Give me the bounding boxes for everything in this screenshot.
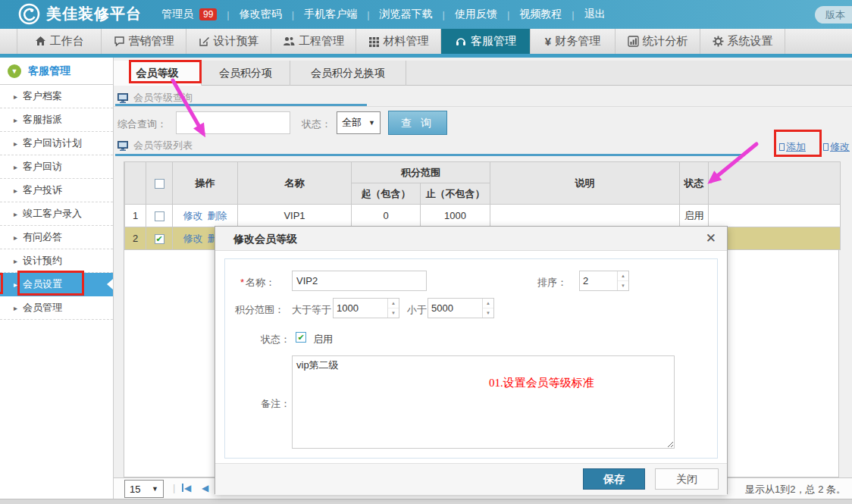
content-tabs: 会员等级 会员积分项 会员积分兑换项	[114, 61, 852, 86]
first-page-icon[interactable]: ◀	[182, 483, 191, 493]
col-description: 说明	[490, 162, 680, 205]
name-field[interactable]	[292, 271, 427, 291]
status-select[interactable]: 全部 ▼	[337, 111, 381, 134]
row-checkbox[interactable]: ✔	[155, 234, 164, 244]
save-button[interactable]: 保存	[583, 468, 645, 490]
edit-icon	[199, 36, 210, 47]
range-from-cell: 0	[352, 205, 421, 227]
sidebar-item-customer-visit[interactable]: ▸客户回访	[0, 155, 113, 179]
menu-video-tutorial[interactable]: 视频教程	[519, 8, 562, 21]
stepper-down-icon[interactable]: ▼	[618, 281, 628, 291]
sidebar-item-member-management[interactable]: ▸会员管理	[0, 296, 113, 320]
nav-tab-materials[interactable]: 材料管理	[356, 29, 441, 54]
edit-row-link[interactable]: 修改	[183, 233, 203, 244]
sort-field[interactable]	[580, 271, 616, 290]
menu-mobile-client[interactable]: 手机客户端	[304, 8, 357, 21]
remark-textarea[interactable]: vip第二级	[292, 355, 675, 449]
col-score-range: 积分范围	[352, 162, 490, 183]
col-empty	[709, 162, 841, 205]
stepper-up-icon[interactable]: ▲	[388, 299, 399, 308]
caret-right-icon: ▸	[14, 233, 17, 242]
sidebar-item-complaints[interactable]: ▸客户投诉	[0, 179, 113, 202]
sidebar-item-qa[interactable]: ▸有问必答	[0, 226, 113, 249]
caret-right-icon: ▸	[14, 92, 17, 101]
grid-icon	[368, 36, 380, 47]
name-label: *名称：	[240, 276, 275, 290]
prev-page-icon[interactable]: ◀	[202, 483, 208, 493]
sidebar-item-service-dispatch[interactable]: ▸客服指派	[0, 108, 113, 132]
stepper-up-icon[interactable]: ▲	[483, 299, 493, 308]
row-checkbox[interactable]	[155, 211, 164, 221]
stepper-down-icon[interactable]: ▼	[388, 308, 399, 318]
add-glyph-icon	[779, 143, 785, 151]
operation-cell: 修改删除	[173, 205, 238, 227]
menu-browser-download[interactable]: 浏览器下载	[380, 8, 433, 21]
nav-tab-marketing[interactable]: 营销管理	[102, 29, 186, 54]
menu-logout[interactable]: 退出	[584, 8, 606, 21]
menu-change-password[interactable]: 修改密码	[240, 8, 282, 21]
admin-menu-item[interactable]: 管理员	[161, 8, 193, 21]
notification-badge[interactable]: 99	[199, 8, 217, 20]
sidebar-item-design-appointment[interactable]: ▸设计预约	[0, 249, 113, 273]
sidebar-item-visit-plan[interactable]: ▸客户回访计划	[0, 132, 113, 155]
logo-swirl-icon	[18, 3, 40, 25]
version-pill[interactable]: 版本	[815, 6, 852, 23]
range-to-stepper: ▲▼	[428, 298, 494, 318]
range-to-field[interactable]	[428, 299, 481, 318]
chart-icon	[628, 36, 639, 47]
edit-row-link[interactable]: 修改	[183, 210, 203, 221]
home-icon	[35, 36, 46, 47]
col-status: 状态	[680, 162, 709, 205]
add-link[interactable]: 添加	[779, 140, 806, 154]
top-menu: 管理员 99 | 修改密码 | 手机客户端 | 浏览器下载 | 使用反馈 | 视…	[161, 0, 606, 29]
lt-label: 小于	[407, 303, 427, 317]
chevron-down-circle-icon: ▼	[8, 64, 21, 78]
modify-link[interactable]: 修改	[823, 140, 850, 154]
search-button[interactable]: 查 询	[388, 111, 447, 135]
tab-member-points[interactable]: 会员积分项	[202, 61, 290, 86]
delete-row-link[interactable]: 删除	[208, 210, 227, 221]
empty-cell	[709, 227, 841, 250]
caret-right-icon: ▸	[14, 257, 17, 265]
nav-tab-design-budget[interactable]: 设计预算	[186, 29, 271, 54]
range-from-stepper: ▲▼	[333, 298, 399, 318]
sidebar-item-member-settings[interactable]: ▸会员设置	[0, 273, 113, 296]
table-row: 1 修改删除 VIP1 0 1000 启用	[125, 205, 841, 227]
select-all-checkbox[interactable]	[155, 179, 164, 189]
search-input[interactable]	[176, 111, 290, 134]
col-range-from: 起（包含）	[352, 183, 421, 205]
close-icon[interactable]: ✕	[706, 230, 716, 246]
tab-member-level[interactable]: 会员等级	[114, 61, 202, 86]
modal-title-bar: 修改会员等级 ✕	[215, 227, 727, 251]
menu-feedback[interactable]: 使用反馈	[455, 8, 497, 21]
required-mark: *	[240, 277, 244, 288]
caret-right-icon: ▸	[14, 210, 17, 218]
list-section-title: 会员等级列表	[117, 139, 193, 152]
status-cell: 启用	[680, 205, 709, 227]
nav-tab-statistics[interactable]: 统计分析	[616, 29, 700, 54]
nav-tab-engineering[interactable]: 工程管理	[271, 29, 356, 54]
range-from-field[interactable]	[334, 299, 387, 318]
modal-title: 修改会员等级	[233, 227, 297, 251]
edit-member-level-modal: 修改会员等级 ✕ *名称： 排序： ▲▼ 积分范围： 大于等于 ▲▼ 小于 ▲▼…	[215, 226, 728, 494]
chat-icon	[114, 36, 125, 47]
monitor-icon	[117, 93, 128, 103]
chevron-down-icon: ▼	[152, 485, 158, 493]
sidebar-item-customer-files[interactable]: ▸客户档案	[0, 85, 113, 108]
row-select-cell: ✔	[146, 227, 173, 250]
page-size-select[interactable]: 15 ▼	[124, 480, 164, 498]
nav-tab-system-settings[interactable]: 系统设置	[700, 29, 785, 54]
nav-tab-workbench[interactable]: 工作台	[17, 29, 102, 54]
nav-tab-customer-service[interactable]: 客服管理	[441, 29, 531, 54]
stepper-down-icon[interactable]: ▼	[483, 308, 493, 318]
nav-tab-finance[interactable]: ¥ 财务管理	[531, 29, 616, 54]
caret-right-icon: ▸	[14, 304, 17, 312]
close-button[interactable]: 关闭	[655, 468, 719, 490]
enabled-checkbox[interactable]: ✔	[296, 332, 306, 343]
description-cell	[490, 205, 680, 227]
sidebar-item-completed-entry[interactable]: ▸竣工客户录入	[0, 202, 113, 226]
range-to-cell: 1000	[421, 205, 490, 227]
col-operation: 操作	[173, 162, 238, 205]
tab-points-exchange[interactable]: 会员积分兑换项	[290, 61, 406, 86]
stepper-up-icon[interactable]: ▲	[618, 271, 628, 281]
